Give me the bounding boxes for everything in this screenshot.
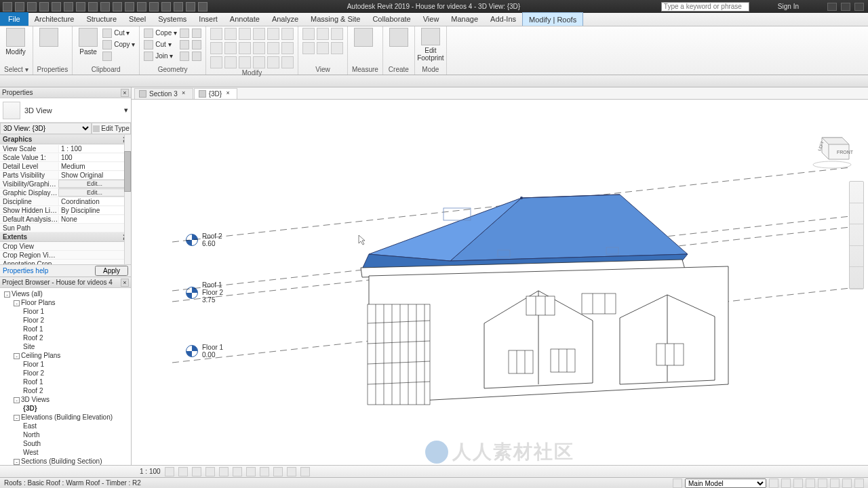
view-cube[interactable]: FRONT LEFT xyxy=(808,129,856,170)
tool-button[interactable] xyxy=(192,51,201,61)
tool-icon[interactable] xyxy=(239,28,251,40)
design-options-icon[interactable] xyxy=(769,479,778,488)
tool-icon[interactable] xyxy=(317,28,329,40)
tool-icon[interactable] xyxy=(281,28,294,40)
tree-item[interactable]: West xyxy=(1,448,130,457)
view-tab[interactable]: Section 3× xyxy=(134,88,193,99)
crop-icon[interactable] xyxy=(233,467,242,476)
tree-item[interactable]: Floor 1 xyxy=(1,307,130,316)
tree-item[interactable]: Site xyxy=(1,342,130,351)
tab-steel[interactable]: Steel xyxy=(123,12,152,26)
lookat-icon[interactable] xyxy=(850,267,863,289)
save-icon[interactable] xyxy=(27,2,37,12)
view-tab[interactable]: {3D}× xyxy=(194,88,237,99)
tree-item[interactable]: Floor 2 xyxy=(1,316,130,325)
close-icon[interactable]: × xyxy=(121,279,129,287)
reveal-icon[interactable] xyxy=(287,467,296,476)
prop-category[interactable]: Extents⋩ xyxy=(0,232,131,242)
tree-item[interactable]: Roof 1 xyxy=(1,378,130,386)
copy-button[interactable]: Copy ▾ xyxy=(102,39,135,49)
edit-type-button[interactable]: Edit Type xyxy=(92,123,131,134)
tab-view[interactable]: View xyxy=(417,12,446,26)
close-button[interactable] xyxy=(854,3,864,11)
orbit-icon[interactable] xyxy=(850,246,863,268)
tree-item[interactable]: {3D} xyxy=(1,404,130,413)
prop-row[interactable]: Scale Value 1:100 xyxy=(0,153,131,162)
help-icon[interactable] xyxy=(815,3,823,11)
cope-button[interactable]: Cope ▾ xyxy=(144,28,177,38)
scrollbar-thumb[interactable] xyxy=(124,151,131,192)
tool-icon[interactable] xyxy=(224,28,237,40)
qat-icon[interactable] xyxy=(125,2,134,12)
tree-item[interactable]: -3D Views xyxy=(1,395,130,404)
prop-row[interactable]: Parts VisibilityShow Original xyxy=(0,171,131,180)
prop-row[interactable]: Crop Region Visible xyxy=(0,251,131,260)
tool-icon[interactable] xyxy=(281,42,294,54)
tab-analyze[interactable]: Analyze xyxy=(266,12,304,26)
tool-button[interactable] xyxy=(192,39,201,49)
modify-button[interactable]: Modify xyxy=(4,28,27,62)
zoom-icon[interactable] xyxy=(850,224,863,246)
qat-icon[interactable] xyxy=(137,2,146,12)
print-icon[interactable] xyxy=(64,2,73,12)
prop-row[interactable]: View Scale1 : 100 xyxy=(0,144,131,153)
tool-icon[interactable] xyxy=(267,42,279,54)
tool-icon[interactable] xyxy=(239,56,251,68)
detail-level-icon[interactable] xyxy=(165,467,174,476)
search-input[interactable] xyxy=(661,2,749,12)
prop-row[interactable]: Visibility/Graphics Ov...Edit... xyxy=(0,180,131,188)
tool-icon[interactable] xyxy=(224,56,237,68)
tree-item[interactable]: South xyxy=(1,439,130,448)
temp-hide-icon[interactable] xyxy=(273,467,283,476)
tab-massing-site[interactable]: Massing & Site xyxy=(304,12,366,26)
apply-button[interactable]: Apply xyxy=(95,266,128,276)
thin-lines-icon[interactable] xyxy=(174,2,183,12)
tab-add-ins[interactable]: Add-Ins xyxy=(484,12,522,26)
minimize-button[interactable] xyxy=(827,3,837,11)
prop-row[interactable]: Detail LevelMedium xyxy=(0,162,131,171)
selected-roof[interactable] xyxy=(362,195,688,269)
cut-button[interactable]: Cut ▾ xyxy=(102,28,135,38)
tree-item[interactable]: -Views (all) xyxy=(1,289,130,298)
steering-wheel-icon[interactable] xyxy=(850,182,863,203)
tab-collaborate[interactable]: Collaborate xyxy=(366,12,416,26)
tree-item[interactable]: -Elevations (Building Elevation) xyxy=(1,413,130,422)
tab-annotate[interactable]: Annotate xyxy=(224,12,266,26)
close-icon[interactable]: × xyxy=(121,89,129,97)
prop-row[interactable]: Sun Path xyxy=(0,224,131,232)
star-icon[interactable] xyxy=(766,3,774,11)
tree-item[interactable]: -Ceiling Plans xyxy=(1,351,130,360)
pan-icon[interactable] xyxy=(850,203,863,225)
edit-footprint-button[interactable]: Edit Footprint xyxy=(419,28,442,62)
join-button[interactable]: Join ▾ xyxy=(144,51,177,61)
workset-icon[interactable] xyxy=(673,479,682,488)
type-name[interactable]: 3D View xyxy=(24,106,52,115)
measure-button[interactable] xyxy=(352,28,375,62)
tree-item[interactable]: -Sections (Building Section) xyxy=(1,457,130,465)
tool-button[interactable] xyxy=(180,39,189,49)
app-icon[interactable] xyxy=(3,2,12,12)
tab-insert[interactable]: Insert xyxy=(193,12,224,26)
tool-icon[interactable] xyxy=(281,56,294,68)
prop-row[interactable]: Show Hidden LinesBy Discipline xyxy=(0,206,131,215)
cut2-button[interactable]: Cut ▾ xyxy=(144,39,177,49)
lock-icon[interactable] xyxy=(260,467,269,476)
select-pinned-icon[interactable] xyxy=(818,479,827,488)
navigation-bar[interactable] xyxy=(849,181,864,289)
exchange-icon[interactable] xyxy=(803,3,811,11)
tree-item[interactable]: Floor 1 xyxy=(1,360,130,369)
paste-button[interactable]: Paste xyxy=(77,28,100,62)
tab-file[interactable]: File xyxy=(0,12,28,26)
tool-icon[interactable] xyxy=(302,28,315,40)
tree-item[interactable]: Roof 2 xyxy=(1,386,130,395)
tree-item[interactable]: North xyxy=(1,430,130,439)
qat-icon[interactable] xyxy=(149,2,159,12)
model-view[interactable] xyxy=(132,100,868,466)
visual-style-icon[interactable] xyxy=(178,467,188,476)
tool-icon[interactable] xyxy=(210,42,222,54)
qat-icon[interactable] xyxy=(100,2,110,12)
match-button[interactable] xyxy=(102,51,135,61)
drawing-canvas[interactable]: Roof 26.60Roof 1Floor 23.75Floor 10.00 xyxy=(132,100,868,465)
analytical-icon[interactable] xyxy=(300,467,310,476)
filter-icon[interactable] xyxy=(854,479,864,488)
